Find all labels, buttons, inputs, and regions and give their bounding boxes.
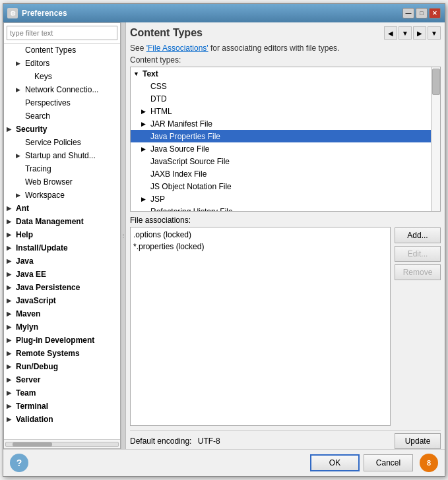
tree-item-tracing[interactable]: Tracing — [4, 162, 120, 175]
tree-item-javascript[interactable]: ▶JavaScript — [4, 294, 120, 307]
assoc-item[interactable]: .options (locked) — [133, 229, 387, 241]
ct-scrollbar[interactable] — [431, 67, 440, 211]
titlebar: ⚙ Preferences — □ ✕ — [3, 4, 445, 22]
ct-item-css[interactable]: CSS — [131, 80, 440, 92]
maximize-button[interactable]: □ — [416, 8, 428, 18]
ct-item-label: DTD — [150, 94, 167, 104]
tree-item-label: Maven — [16, 309, 40, 318]
tree-item-label: Search — [25, 111, 50, 121]
help-button[interactable]: ? — [10, 454, 28, 472]
tree-item-label: Team — [16, 388, 36, 398]
tree-item-java[interactable]: ▶Java — [4, 255, 120, 268]
cancel-button[interactable]: Cancel — [364, 454, 413, 471]
horizontal-scrollbar[interactable] — [4, 439, 120, 448]
tree-item-search[interactable]: Search — [4, 109, 120, 123]
back-button[interactable]: ◀ — [384, 26, 397, 40]
update-button[interactable]: Update — [395, 433, 441, 449]
tree-item-maven[interactable]: ▶Maven — [4, 307, 120, 320]
preferences-window: ⚙ Preferences — □ ✕ Content Types▶Editor… — [3, 3, 445, 477]
ct-item-jsp[interactable]: ▶JSP — [131, 193, 440, 205]
tree-item-workspace[interactable]: ▶Workspace — [4, 189, 120, 202]
assoc-item[interactable]: *.properties (locked) — [133, 241, 387, 253]
tree-item-plugin-dev[interactable]: ▶Plug-in Development — [4, 334, 120, 347]
tree-arrow: ▶ — [7, 258, 15, 264]
tree-arrow: ▶ — [7, 324, 15, 330]
tree-item-label: Terminal — [16, 402, 48, 411]
add-button[interactable]: Add... — [395, 227, 441, 243]
file-associations-link[interactable]: 'File Associations' — [146, 44, 208, 53]
ct-item-js-object-notation[interactable]: JS Object Notation File — [131, 180, 440, 193]
tree-item-server[interactable]: ▶Server — [4, 373, 120, 386]
tree-item-validation[interactable]: ▶Validation — [4, 413, 120, 426]
tree-item-label: Service Policies — [25, 138, 81, 147]
window-title: Preferences — [22, 9, 402, 18]
ct-item-label: Java Source File — [150, 144, 209, 154]
tree-item-label: Install/Update — [16, 243, 68, 253]
tree-item-label: Server — [16, 375, 40, 384]
ct-item-jar-manifest[interactable]: ▶JAR Manifest File — [131, 117, 440, 130]
tree-item-install-update[interactable]: ▶Install/Update — [4, 241, 120, 255]
ct-item-label: Java Properties File — [150, 132, 220, 141]
tree-item-java-ee[interactable]: ▶Java EE — [4, 268, 120, 281]
filter-wrap — [4, 23, 120, 44]
ct-item-label: HTML — [150, 107, 172, 116]
edit-button[interactable]: Edit... — [395, 246, 441, 262]
ct-item-label: CSS — [150, 82, 167, 91]
dialog-footer: ? OK Cancel 8 — [3, 449, 445, 476]
tree-item-terminal[interactable]: ▶Terminal — [4, 400, 120, 413]
resize-handle[interactable]: ⋮ — [121, 22, 126, 449]
filter-input[interactable] — [7, 26, 117, 40]
remove-button[interactable]: Remove — [395, 264, 441, 280]
ct-item-javascript-source[interactable]: JavaScript Source File — [131, 155, 440, 167]
tree-item-remote-systems[interactable]: ▶Remote Systems — [4, 347, 120, 360]
left-panel: Content Types▶EditorsKeys▶Network Connec… — [3, 22, 121, 449]
tree-item-run-debug[interactable]: ▶Run/Debug — [4, 360, 120, 373]
encoding-label: Default encoding: UTF-8 — [130, 436, 220, 446]
tree-item-label: Web Browser — [25, 177, 73, 187]
tree-item-keys[interactable]: Keys — [4, 70, 120, 83]
tree-item-label: Mylyn — [16, 322, 38, 332]
tree-item-web-browser[interactable]: Web Browser — [4, 175, 120, 189]
ct-item-refactoring-history[interactable]: Refactoring History File — [131, 205, 440, 212]
tree-arrow: ▶ — [7, 284, 15, 291]
forward-button[interactable]: ▶ — [413, 26, 426, 40]
ct-arrow: ▶ — [141, 146, 149, 152]
tree-item-team[interactable]: ▶Team — [4, 386, 120, 400]
ct-item-text[interactable]: ▼Text — [131, 67, 440, 80]
ct-item-label: JSP — [150, 195, 165, 204]
ct-item-java-source[interactable]: ▶Java Source File — [131, 142, 440, 155]
tree-item-label: Help — [16, 230, 33, 239]
ct-item-html[interactable]: ▶HTML — [131, 105, 440, 117]
tree-item-editors[interactable]: ▶Editors — [4, 57, 120, 70]
nav-dropdown2[interactable]: ▼ — [428, 26, 441, 40]
ct-item-label: Text — [143, 69, 158, 78]
tree-item-help[interactable]: ▶Help — [4, 228, 120, 241]
tree-arrow: ▶ — [7, 376, 15, 383]
tree-item-security[interactable]: ▶Security — [4, 123, 120, 136]
tree-item-java-persistence[interactable]: ▶Java Persistence — [4, 281, 120, 294]
tree-arrow: ▶ — [7, 297, 15, 304]
description: See 'File Associations' for associating … — [130, 44, 441, 53]
tree-item-label: JavaScript — [16, 296, 56, 305]
tree-item-label: Run/Debug — [16, 362, 58, 371]
tree-item-mylyn[interactable]: ▶Mylyn — [4, 320, 120, 334]
tree-item-ant[interactable]: ▶Ant — [4, 202, 120, 215]
ct-item-dtd[interactable]: DTD — [131, 92, 440, 105]
tree-item-network-conn[interactable]: ▶Network Connectio... — [4, 83, 120, 96]
tree-item-content-types[interactable]: Content Types — [4, 44, 120, 57]
tree-arrow: ▶ — [7, 311, 15, 317]
panel-title: Content Types — [130, 27, 203, 39]
tree-item-perspectives[interactable]: Perspectives — [4, 96, 120, 109]
ct-item-java-properties[interactable]: Java Properties File — [131, 130, 440, 142]
tree-item-label: Tracing — [25, 164, 51, 173]
tree-item-service-policies[interactable]: Service Policies — [4, 136, 120, 149]
minimize-button[interactable]: — — [402, 8, 414, 18]
tree-item-startup-shut[interactable]: ▶Startup and Shutd... — [4, 149, 120, 162]
close-button[interactable]: ✕ — [429, 8, 441, 18]
ok-button[interactable]: OK — [310, 454, 360, 471]
tree-item-data-mgmt[interactable]: ▶Data Management — [4, 215, 120, 228]
nav-dropdown[interactable]: ▼ — [399, 26, 412, 40]
ct-item-jaxb-index[interactable]: JAXB Index File — [131, 167, 440, 180]
tree-arrow: ▶ — [16, 192, 24, 198]
ct-item-label: JavaScript Source File — [150, 157, 230, 166]
